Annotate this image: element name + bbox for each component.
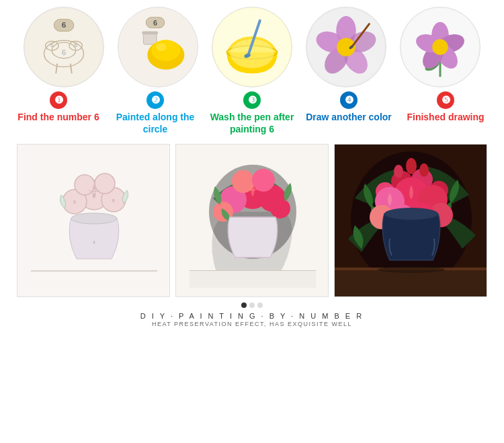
- svg-point-51: [75, 175, 95, 195]
- svg-point-52: [95, 173, 115, 194]
- step-4-label: Draw another color: [306, 111, 392, 123]
- step-1-label: Find the number 6: [17, 111, 99, 123]
- step-1: ❶ Find the number 6: [15, 91, 102, 123]
- step-4-number: ❹: [340, 91, 358, 109]
- svg-rect-16: [142, 31, 158, 34]
- svg-point-77: [394, 165, 403, 178]
- svg-point-64: [252, 169, 275, 192]
- circles-row: 6 6 6 6: [3, 7, 501, 87]
- circle-3: [212, 7, 292, 87]
- step-4: ❹ Draw another color: [305, 91, 392, 123]
- images-section: 6 6 6 4: [0, 138, 504, 331]
- step-3-label: Wash the pen after painting 6: [208, 111, 296, 135]
- step-5-label: Finished drawing: [407, 111, 484, 123]
- circle-4: [306, 7, 386, 87]
- svg-text:6: 6: [62, 20, 67, 30]
- svg-text:6: 6: [73, 200, 76, 204]
- step-1-number: ❶: [50, 91, 67, 109]
- footer-sub: HEAT PRESERVATION EFFECT, HAS EXQUISITE …: [152, 321, 352, 327]
- svg-text:6: 6: [112, 198, 115, 203]
- svg-rect-87: [335, 269, 487, 297]
- step-2-label: Painted along the circle: [112, 111, 199, 135]
- circle-5: [400, 7, 480, 87]
- svg-point-45: [432, 39, 448, 55]
- footer-dots: [241, 303, 263, 308]
- svg-text:6: 6: [50, 42, 54, 48]
- painting-partial: [175, 144, 329, 297]
- painting-outline: 6 6 6 4: [17, 144, 170, 297]
- step-2: ❷ Painted along the circle: [112, 91, 199, 135]
- step-2-number: ❷: [146, 91, 164, 109]
- step-3: ❸ Wash the pen after painting 6: [208, 91, 296, 135]
- svg-text:6: 6: [62, 48, 66, 56]
- circle-1: 6 6 6 6: [24, 7, 104, 87]
- svg-point-78: [419, 163, 429, 177]
- painting-finished: [334, 144, 487, 297]
- footer-main: D I Y · P A I N T I N G · B Y · N U M B …: [140, 312, 364, 320]
- svg-point-76: [406, 158, 417, 174]
- step-5: ❺ Finished drawing: [402, 91, 489, 123]
- instructions-section: 6 6 6 6: [0, 0, 504, 138]
- step-5-number: ❺: [437, 91, 454, 109]
- svg-text:4: 4: [93, 240, 95, 245]
- steps-row: ❶ Find the number 6 ❷ Painted along the …: [3, 91, 501, 135]
- svg-point-18: [151, 40, 180, 61]
- svg-text:6: 6: [93, 192, 96, 198]
- circle-2: 6: [118, 7, 198, 87]
- svg-text:6: 6: [74, 42, 77, 48]
- svg-point-89: [378, 266, 445, 273]
- svg-point-19: [156, 43, 167, 51]
- svg-point-86: [384, 208, 438, 220]
- svg-text:6: 6: [153, 19, 157, 27]
- paintings-row: 6 6 6 4: [17, 144, 487, 297]
- svg-point-47: [71, 213, 117, 224]
- svg-point-66: [270, 198, 290, 218]
- step-3-number: ❸: [243, 91, 261, 109]
- svg-rect-68: [190, 271, 316, 288]
